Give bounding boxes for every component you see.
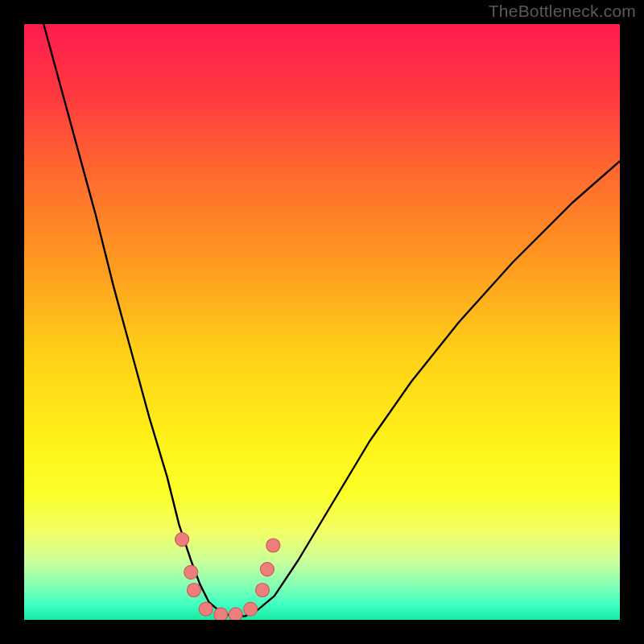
gradient-rect	[24, 24, 620, 620]
highlight-dot	[244, 602, 258, 616]
chart-svg	[24, 24, 620, 620]
highlight-dot	[214, 608, 228, 620]
plot-area	[24, 24, 620, 620]
chart-container: TheBottleneck.com	[0, 0, 644, 644]
highlight-dot	[260, 563, 274, 576]
watermark-text: TheBottleneck.com	[489, 2, 636, 21]
highlight-dot	[266, 539, 280, 552]
highlight-dot	[187, 584, 200, 597]
highlight-dot	[229, 608, 242, 620]
highlight-dot	[199, 602, 213, 616]
highlight-dot	[184, 565, 198, 579]
highlight-dot	[175, 533, 189, 547]
highlight-dot	[256, 584, 270, 597]
